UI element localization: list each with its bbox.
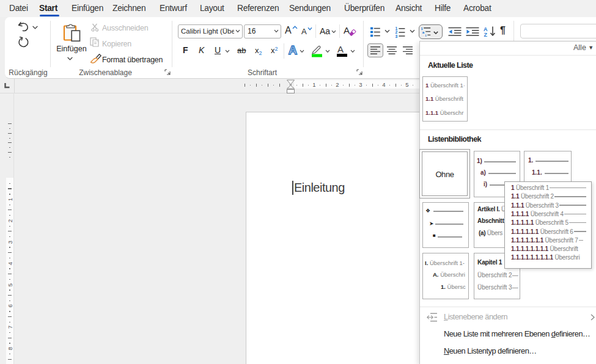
svg-text:3: 3	[395, 34, 397, 38]
svg-text:A: A	[484, 26, 488, 32]
svg-text:a: a	[422, 31, 425, 34]
svg-text:Z: Z	[484, 32, 488, 37]
svg-text:A: A	[289, 44, 297, 56]
svg-text:i: i	[425, 34, 427, 37]
